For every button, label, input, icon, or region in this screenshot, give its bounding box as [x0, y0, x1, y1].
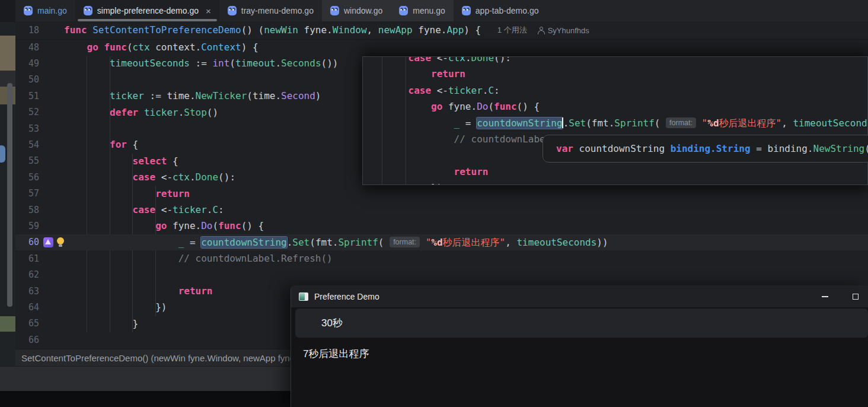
code-text: _ = countdownString.Set(fmt.Sprintf( for… [64, 234, 608, 250]
tab-app-tab-demo-go[interactable]: app-tab-demo.go [454, 0, 547, 21]
tab-label: app-tab-demo.go [476, 6, 539, 15]
tab-label: menu.go [413, 6, 445, 15]
tab-menu-go[interactable]: menu.go [391, 0, 453, 21]
line-number: 50 [15, 74, 39, 85]
peek-code-line[interactable]: go fyne.Do(func() { [385, 98, 867, 115]
close-icon[interactable]: × [206, 6, 211, 16]
person-icon [538, 27, 545, 34]
go-gopher-icon [462, 6, 471, 15]
code-text: case <-ticker.C: [385, 82, 500, 98]
line-number: 58 [15, 205, 39, 215]
window-titlebar[interactable]: Preference Demo [291, 285, 868, 307]
code-text: return [385, 164, 488, 180]
drag-handle[interactable] [0, 145, 5, 163]
code-text: return [64, 186, 190, 202]
code-text: }) [385, 180, 442, 185]
minimap-block [0, 316, 15, 332]
maximize-icon [853, 294, 859, 300]
code-line-59[interactable]: 59 go fyne.Do(func() { [15, 218, 868, 234]
line-number: 52 [15, 107, 39, 117]
line-number: 66 [15, 335, 39, 345]
peek-code-line[interactable]: case <-ticker.C: [385, 82, 867, 98]
tab-label: tray-menu-demo.go [241, 6, 314, 15]
author-hint[interactable]: SyYhunfhds [538, 26, 589, 35]
code-text: for { [64, 136, 138, 152]
declaration-tooltip: var countdownString binding.String = bin… [542, 135, 868, 163]
tab-main-go[interactable]: main.go [15, 0, 75, 21]
minimize-icon [822, 296, 828, 297]
tab-tray-menu-demo-go[interactable]: tray-menu-demo.go [219, 0, 322, 21]
line-number: 60 [15, 237, 39, 247]
peek-code-popup[interactable]: case <-ctx.Done(): return case <-ticker.… [362, 56, 868, 185]
minimize-button[interactable] [816, 288, 834, 306]
window-title: Preference Demo [314, 292, 379, 301]
go-gopher-icon [228, 6, 237, 15]
peek-code-line[interactable]: case <-ctx.Done(): [385, 56, 867, 66]
code-text: } [64, 316, 138, 332]
code-text: ticker := time.NewTicker(time.Second) [64, 88, 321, 104]
tab-label: main.go [37, 6, 67, 15]
scrollbar-thumb[interactable] [7, 83, 12, 307]
code-text: _ = countdownString.Set(fmt.Sprintf( for… [385, 115, 868, 131]
peek-code-line[interactable]: _ = countdownString.Set(fmt.Sprintf( for… [385, 115, 867, 131]
code-text: go fyne.Do(func() { [64, 218, 264, 234]
go-gopher-icon [399, 6, 408, 15]
line-number: 59 [15, 221, 39, 231]
line-number: 62 [15, 269, 39, 280]
app-icon [299, 292, 308, 301]
context-function[interactable]: SetContentToPreferenceDemo() (newWin fyn… [21, 353, 316, 363]
sticky-code-line[interactable]: 18 func SetContentToPreferenceDemo() (ne… [15, 21, 868, 40]
line-number: 18 [15, 25, 39, 36]
param-hint-chip: format: [390, 237, 420, 247]
preference-demo-window[interactable]: Preference Demo 30秒 7秒后退出程序 [291, 285, 868, 407]
code-line-48[interactable]: 48 go func(ctx context.Context) { [15, 39, 868, 55]
peek-code-line[interactable]: return [385, 66, 867, 82]
screen: main.gosimple-preference-demo.go×tray-me… [0, 0, 868, 407]
code-text: case <-ctx.Done(): [385, 56, 511, 66]
code-text: go func(ctx context.Context) { [64, 39, 259, 55]
code-line-58[interactable]: 58 case <-ticker.C: [15, 202, 868, 218]
countdown-label: 7秒后退出程序 [303, 347, 369, 361]
line-number: 65 [15, 318, 39, 329]
minimap-top [0, 0, 15, 22]
usages-hint[interactable]: 1 个用法 [497, 25, 527, 36]
code-line-60[interactable]: 60 _ = countdownString.Set(fmt.Sprintf( … [15, 234, 868, 250]
ai-assistant-icon[interactable] [43, 237, 53, 247]
code-text: select { [64, 153, 178, 169]
tooltip-code: var countdownString binding.String = bin… [556, 143, 868, 154]
code-line-62[interactable]: 62 [15, 266, 868, 282]
line-number: 49 [15, 58, 39, 69]
line-number: 51 [15, 91, 39, 101]
tab-label: window.go [344, 6, 382, 15]
code-line-61[interactable]: 61 // countdownLabel.Refresh() [15, 250, 868, 266]
timeout-select[interactable]: 30秒 [295, 309, 868, 338]
peek-gutter [363, 57, 382, 185]
go-gopher-icon [24, 6, 33, 15]
code-text: return [385, 66, 465, 82]
function-signature: func SetContentToPreferenceDemo() (newWi… [64, 22, 487, 38]
line-number: 57 [15, 188, 39, 199]
code-text: return [64, 283, 212, 299]
line-number: 48 [15, 42, 39, 53]
param-hint-chip: format: [666, 117, 696, 128]
line-number: 64 [15, 302, 39, 313]
code-text: go fyne.Do(func() { [385, 98, 540, 115]
peek-code-line[interactable]: return [385, 164, 867, 180]
peek-code-line[interactable]: }) [385, 180, 867, 185]
tab-window-go[interactable]: window.go [322, 0, 391, 21]
code-text: }) [64, 299, 167, 315]
code-text: defer ticker.Stop() [64, 104, 218, 120]
minimap-strip [0, 0, 16, 366]
maximize-button[interactable] [847, 288, 864, 306]
line-number: 53 [15, 123, 39, 134]
line-number: 56 [15, 172, 39, 183]
code-line-57[interactable]: 57 return [15, 186, 868, 202]
editor-tab-bar: main.gosimple-preference-demo.go×tray-me… [15, 0, 868, 22]
tab-simple-preference-demo-go[interactable]: simple-preference-demo.go× [75, 0, 219, 21]
minimap-block [0, 36, 15, 71]
intention-bulb-icon[interactable] [56, 237, 65, 247]
line-number: 61 [15, 253, 39, 264]
code-text: case <-ctx.Done(): [64, 169, 235, 185]
code-text: timeoutSeconds := int(timeout.Seconds()) [64, 55, 338, 71]
go-gopher-icon [330, 6, 339, 15]
